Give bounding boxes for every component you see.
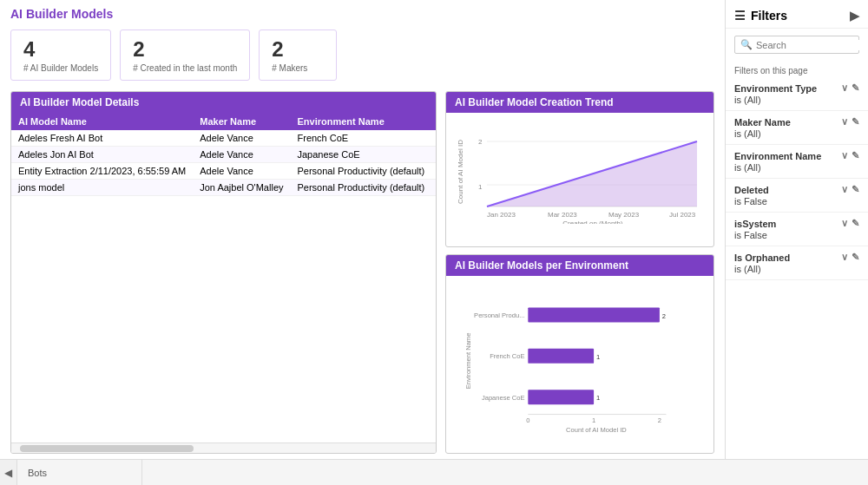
trend-chart-svg: Count of AI Model ID 2 1 (453, 120, 707, 224)
summary-card-2: 2 # Makers (259, 29, 337, 81)
table-cell: Adele Vance (193, 147, 290, 163)
card-label-1: # Created in the last month (133, 63, 237, 73)
filter-item-icons: ∨ ✎ (841, 116, 859, 128)
filter-item-title: Is Orphaned ∨ ✎ (734, 252, 859, 263)
filter-search-input[interactable] (756, 40, 868, 50)
svg-text:May 2023: May 2023 (608, 211, 640, 219)
env-chart-header: AI Builder Models per Environment (446, 255, 713, 276)
filter-item-0[interactable]: Environment Type ∨ ✎ is (All) (726, 77, 868, 111)
svg-text:2: 2 (478, 138, 483, 146)
scrollbar-thumb (20, 445, 194, 452)
svg-text:0: 0 (526, 416, 529, 424)
table-cell: Jon Aajbel O'Malley (193, 180, 290, 196)
edit-icon: ✎ (852, 82, 859, 94)
svg-text:Mar 2023: Mar 2023 (548, 211, 577, 219)
edit-icon: ✎ (852, 184, 859, 195)
svg-text:Environment Name: Environment Name (464, 333, 472, 390)
summary-card-1: 2 # Created in the last month (120, 29, 250, 81)
filter-section-label: Filters on this page (726, 61, 868, 77)
env-chart-box: AI Builder Models per Environment Enviro… (445, 254, 714, 454)
table-cell: EntityExtraction (431, 163, 436, 180)
filter-icon: ☰ (734, 9, 746, 23)
filter-item-1[interactable]: Maker Name ∨ ✎ is (All) (726, 111, 868, 145)
horizontal-scrollbar[interactable] (11, 442, 436, 453)
filter-item-title: Environment Name ∨ ✎ (734, 150, 859, 161)
table-column-header: Environment Name (291, 113, 432, 130)
table-cell: Adeles Fresh AI Bot (11, 130, 193, 147)
filter-items-container: Environment Type ∨ ✎ is (All) Maker Name… (726, 77, 868, 280)
table-cell: Adele Vance (193, 163, 290, 180)
svg-text:1: 1 (592, 416, 595, 424)
table-row[interactable]: Adeles Jon AI BotAdele VanceJapanese CoE… (11, 147, 436, 163)
svg-text:Jan 2023: Jan 2023 (487, 211, 516, 219)
table-cell: Japanese CoE (291, 147, 432, 163)
model-details-table-container[interactable]: AI Model NameMaker NameEnvironment NameT… (11, 113, 436, 442)
svg-text:Count of AI Model ID: Count of AI Model ID (457, 140, 464, 204)
summary-cards-row: 4 # AI Builder Models2 # Created in the … (0, 24, 725, 86)
table-cell: Adeles Jon AI Bot (11, 147, 193, 163)
filter-item-2[interactable]: Environment Name ∨ ✎ is (All) (726, 145, 868, 179)
tabs-container: Teams EnvironmentsAppsCloud FlowsCustom … (17, 459, 142, 485)
filter-item-title: isSystem ∨ ✎ (734, 218, 859, 229)
tab-bar: ◀ Teams EnvironmentsAppsCloud FlowsCusto… (0, 459, 868, 485)
card-label-2: # Makers (272, 63, 324, 73)
table-row[interactable]: Entity Extraction 2/11/2023, 6:55:59 AMA… (11, 163, 436, 180)
card-number-1: 2 (133, 37, 237, 62)
filter-item-4[interactable]: isSystem ∨ ✎ is False (726, 213, 868, 246)
chevron-down-icon: ∨ (841, 252, 848, 263)
filter-item-title: Maker Name ∨ ✎ (734, 116, 859, 128)
edit-icon: ✎ (852, 252, 859, 263)
filter-item-3[interactable]: Deleted ∨ ✎ is False (726, 179, 868, 213)
filter-search-box[interactable]: 🔍 (734, 36, 859, 54)
svg-text:Count of AI Model ID: Count of AI Model ID (566, 426, 627, 434)
filter-item-icons: ∨ ✎ (841, 218, 859, 229)
filter-title-text: isSystem (734, 219, 776, 229)
filters-header: ☰ Filters ▶ (726, 0, 868, 29)
svg-text:Personal Produ...: Personal Produ... (474, 311, 524, 319)
page-title: AI Builder Models (0, 0, 725, 24)
filter-item-value: is (All) (734, 128, 859, 139)
svg-text:2: 2 (658, 416, 661, 424)
filter-item-5[interactable]: Is Orphaned ∨ ✎ is (All) (726, 246, 868, 280)
chevron-down-icon: ∨ (841, 150, 848, 161)
env-chart-svg: Environment Name Personal Produ... 2 Fre… (453, 283, 707, 439)
table-cell: jons model (11, 180, 193, 196)
filter-item-title: Deleted ∨ ✎ (734, 184, 859, 195)
table-cell: BinaryClassification (431, 147, 436, 163)
filter-item-value: is False (734, 230, 859, 240)
table-row[interactable]: Adeles Fresh AI BotAdele VanceFrench CoE… (11, 130, 436, 147)
trend-chart-header: AI Builder Model Creation Trend (446, 92, 713, 113)
svg-text:1: 1 (596, 353, 600, 361)
model-details-panel: AI Builder Model Details AI Model NameMa… (10, 91, 437, 454)
filter-title-text: Maker Name (734, 117, 791, 128)
filter-title-text: Is Orphaned (734, 252, 790, 263)
filters-toggle-btn[interactable]: ▶ (850, 9, 859, 23)
table-row[interactable]: jons modelJon Aajbel O'MalleyPersonal Pr… (11, 180, 436, 196)
chevron-down-icon: ∨ (841, 116, 848, 128)
filter-item-icons: ∨ ✎ (841, 82, 859, 94)
table-cell: Personal Productivity (default) (291, 180, 432, 196)
chevron-down-icon: ∨ (841, 82, 848, 94)
tab-prev-btn[interactable]: ◀ (0, 460, 17, 486)
tab-bots[interactable]: Bots (17, 460, 142, 486)
svg-text:2: 2 (662, 312, 666, 320)
filter-item-title: Environment Type ∨ ✎ (734, 82, 859, 94)
filter-title-text: Deleted (734, 185, 769, 195)
table-cell: EntityExtraction (431, 180, 436, 196)
filter-title-text: Environment Name (734, 151, 821, 161)
trend-chart-content: Count of AI Model ID 2 1 (446, 113, 713, 231)
table-cell: Personal Productivity (default) (291, 163, 432, 180)
trend-chart-box: AI Builder Model Creation Trend Count of… (445, 91, 714, 247)
filter-item-value: is False (734, 196, 859, 206)
middle-section: AI Builder Model Details AI Model NameMa… (0, 86, 725, 459)
card-number-0: 4 (23, 37, 98, 62)
table-cell: Adele Vance (193, 130, 290, 147)
table-column-header: Maker Name (193, 113, 290, 130)
filter-item-value: is (All) (734, 162, 859, 173)
filter-item-icons: ∨ ✎ (841, 184, 859, 195)
svg-rect-21 (528, 390, 594, 404)
table-column-header: Template (431, 113, 436, 130)
charts-panel: AI Builder Model Creation Trend Count of… (445, 91, 714, 454)
edit-icon: ✎ (852, 218, 859, 229)
svg-text:French CoE: French CoE (490, 352, 524, 360)
